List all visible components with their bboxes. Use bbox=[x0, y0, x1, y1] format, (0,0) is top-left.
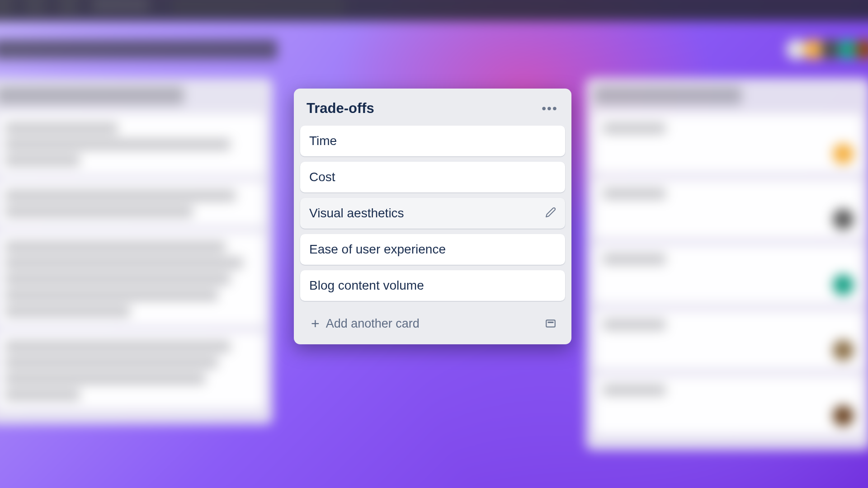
card[interactable]: Blog content volume bbox=[300, 270, 565, 301]
avatar-blurred bbox=[854, 39, 868, 60]
card-title: Time bbox=[309, 134, 337, 148]
card[interactable]: Time bbox=[300, 126, 565, 156]
template-icon bbox=[545, 318, 557, 329]
card[interactable]: Visual aesthetics bbox=[300, 198, 565, 229]
avatar-blurred bbox=[833, 274, 854, 295]
card-title: Cost bbox=[309, 170, 335, 184]
svg-rect-1 bbox=[548, 322, 554, 323]
cards-container: TimeCostVisual aestheticsEase of user ex… bbox=[300, 126, 565, 301]
template-button[interactable] bbox=[542, 315, 559, 332]
card-blurred bbox=[594, 245, 862, 304]
list-header-blurred bbox=[0, 86, 184, 104]
card-blurred bbox=[0, 332, 264, 409]
avatar-blurred bbox=[833, 405, 854, 426]
list-header-blurred bbox=[594, 86, 742, 104]
card-blurred bbox=[0, 181, 264, 226]
card-title: Visual aesthetics bbox=[309, 206, 404, 221]
card[interactable]: Ease of user experience bbox=[300, 234, 565, 265]
card-blurred bbox=[0, 233, 264, 326]
card-blurred bbox=[594, 179, 862, 238]
home-icon-blurred bbox=[26, 0, 45, 14]
avatar-blurred bbox=[833, 143, 854, 164]
search-blurred bbox=[173, 0, 344, 14]
topbar-blurred bbox=[0, 0, 868, 21]
plus-icon: + bbox=[311, 316, 320, 331]
add-card-row: + Add another card bbox=[300, 306, 565, 338]
card-title: Blog content volume bbox=[309, 278, 424, 293]
card-blurred bbox=[594, 310, 862, 369]
list-tradeoffs: Trade-offs ••• TimeCostVisual aesthetics… bbox=[294, 89, 571, 344]
card-blurred bbox=[594, 114, 862, 173]
ellipsis-icon: ••• bbox=[542, 101, 557, 116]
card-blurred bbox=[594, 376, 862, 435]
add-card-label: Add another card bbox=[326, 317, 420, 331]
boards-label-blurred bbox=[92, 0, 149, 11]
menu-icon-blurred bbox=[0, 0, 12, 14]
avatar-blurred bbox=[833, 209, 854, 230]
add-card-button[interactable]: + Add another card bbox=[307, 313, 542, 334]
list-blurred-left bbox=[0, 78, 273, 424]
boards-icon-blurred bbox=[59, 0, 78, 14]
board-header-blurred bbox=[0, 35, 868, 64]
list-header: Trade-offs ••• bbox=[300, 95, 565, 126]
card[interactable]: Cost bbox=[300, 162, 565, 192]
svg-rect-0 bbox=[546, 320, 555, 327]
list-title[interactable]: Trade-offs bbox=[307, 100, 374, 117]
avatar-blurred bbox=[833, 340, 854, 361]
list-blurred-right bbox=[586, 78, 868, 450]
list-menu-button[interactable]: ••• bbox=[541, 99, 559, 117]
pencil-icon[interactable] bbox=[545, 207, 556, 220]
card-blurred bbox=[0, 114, 264, 174]
board-title-blurred bbox=[0, 39, 278, 59]
card-title: Ease of user experience bbox=[309, 242, 446, 257]
member-avatars-blurred bbox=[790, 39, 868, 60]
